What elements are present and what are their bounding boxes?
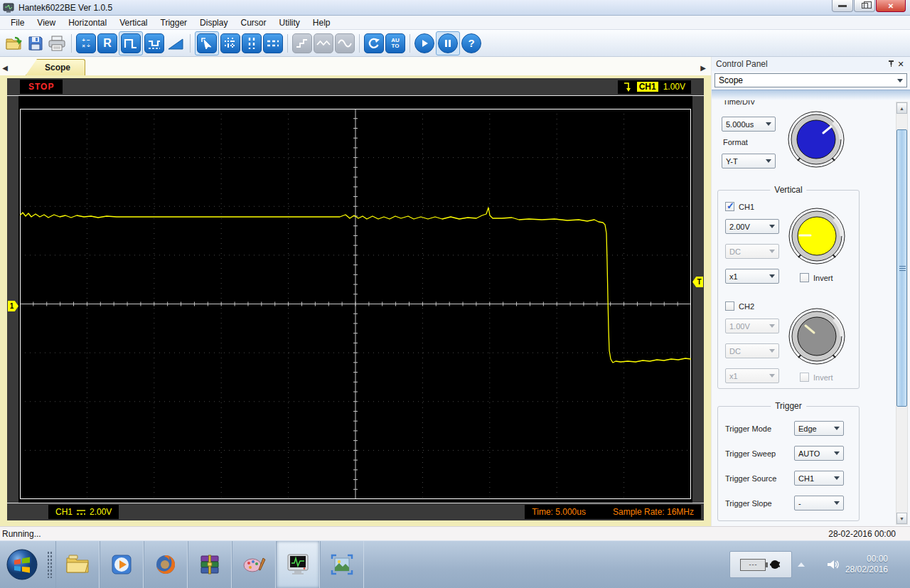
trigger-sweep-select[interactable]: AUTO: [794, 446, 844, 461]
network-icon[interactable]: [810, 560, 821, 570]
tray-expand-icon[interactable]: [798, 562, 805, 567]
clock-date: 28/02/2016: [845, 565, 888, 575]
open-button[interactable]: [4, 33, 24, 53]
plug-icon: [769, 559, 781, 570]
timebase-value: Time: 5.000us: [532, 507, 586, 517]
menu-trigger[interactable]: Trigger: [154, 16, 194, 29]
ch2-position-knob[interactable]: [787, 306, 847, 366]
ch1-invert-row[interactable]: Invert: [800, 273, 833, 282]
format-select[interactable]: Y-T: [722, 154, 776, 169]
taskbar-clock[interactable]: 00:00 28/02/2016: [845, 554, 888, 575]
pin-icon[interactable]: [886, 60, 896, 69]
chevron-down-icon: [834, 501, 840, 505]
ch2-invert-row: Invert: [800, 373, 833, 382]
math-button[interactable]: + −× ÷: [76, 33, 96, 53]
ch2-checkbox[interactable]: [725, 301, 734, 311]
close-button[interactable]: ✕: [876, 0, 906, 12]
taskbar-explorer[interactable]: [55, 541, 100, 588]
trigger-level-value: 1.00V: [663, 82, 685, 92]
taskbar-winrar[interactable]: [188, 541, 232, 588]
printer-icon: [48, 35, 66, 52]
ramp-icon: [167, 36, 184, 50]
ch1-invert-checkbox[interactable]: [800, 273, 809, 282]
scroll-down-icon[interactable]: ▼: [896, 513, 907, 524]
menu-cursor[interactable]: Cursor: [234, 16, 272, 29]
grid-button[interactable]: [220, 33, 240, 53]
pause-wrap: [436, 31, 460, 55]
triangle-wave-button: [314, 33, 333, 53]
trigger-mode-select[interactable]: Edge: [794, 421, 844, 436]
restore-button[interactable]: [854, 0, 875, 12]
ch2-volt-select: 1.00V: [725, 319, 779, 333]
ch1-probe-select[interactable]: x1: [725, 269, 779, 284]
print-button[interactable]: [47, 33, 67, 53]
taskbar-media-player[interactable]: [100, 541, 144, 588]
time-div-select[interactable]: 5.000us: [722, 117, 776, 132]
ch1-position-knob[interactable]: [787, 206, 847, 266]
reference-button[interactable]: R: [97, 33, 117, 53]
menu-help[interactable]: Help: [306, 16, 337, 29]
ch1-enable-row[interactable]: CH1: [725, 202, 754, 211]
battery-indicator[interactable]: ---: [729, 551, 792, 578]
trigger-level-marker[interactable]: T: [692, 277, 703, 287]
menu-horizontal[interactable]: Horizontal: [62, 16, 113, 29]
menu-utility[interactable]: Utility: [272, 16, 306, 29]
pulse-high-button[interactable]: [121, 33, 141, 53]
ch1-position-marker[interactable]: 1: [8, 301, 18, 311]
triangle-wave-icon: [316, 36, 331, 50]
ch2-enable-row[interactable]: CH2: [725, 301, 754, 311]
auto-set-button[interactable]: AUTO: [385, 33, 405, 53]
ch1-volt-select[interactable]: 2.00V: [725, 219, 779, 234]
vertical-cursors-icon: [245, 36, 259, 50]
save-button[interactable]: [26, 33, 46, 53]
tab-scroll-right-icon[interactable]: ▶: [698, 64, 708, 75]
refresh-button[interactable]: [364, 33, 384, 53]
scroll-up-icon[interactable]: ▲: [896, 102, 907, 114]
tab-scope[interactable]: Scope: [26, 59, 85, 75]
pulse-low-icon: [147, 36, 161, 50]
scrollbar-thumb[interactable]: [896, 129, 907, 407]
vertical-cursors-button[interactable]: [242, 33, 262, 53]
status-right: 28-02-2016 00:00: [828, 529, 896, 539]
timebase-knob[interactable]: [786, 109, 846, 169]
ch1-checkbox[interactable]: [725, 202, 734, 211]
minimize-button[interactable]: [832, 0, 853, 12]
tab-scroll-left-icon[interactable]: ◀: [0, 64, 10, 75]
scope-footer: CH1 2.00V Time: 5.000us Sample Rate: 16M…: [7, 503, 704, 520]
chevron-down-icon: [834, 476, 840, 480]
scope-header: STOP CH1 1.00V: [7, 78, 704, 96]
status-left: Running...: [2, 529, 41, 539]
sample-rate-value: Sample Rate: 16MHz: [613, 507, 694, 517]
chevron-down-icon: [769, 250, 775, 253]
chevron-down-icon: [769, 274, 775, 278]
ramp-button[interactable]: [166, 33, 186, 53]
start-button[interactable]: [0, 541, 44, 588]
help-button[interactable]: ?: [461, 33, 481, 53]
left-gutter: 1: [7, 96, 18, 503]
falling-edge-icon: [623, 82, 632, 92]
taskbar-oscilloscope-app[interactable]: [276, 541, 320, 588]
panel-scrollbar[interactable]: ▲ ▼: [896, 102, 908, 525]
ch2-coupling-select: DC: [725, 343, 779, 358]
cursor-button[interactable]: [197, 33, 217, 53]
pulse-low-button[interactable]: [144, 33, 164, 53]
panel-close-icon[interactable]: ✕: [896, 60, 906, 69]
menu-file[interactable]: File: [4, 16, 31, 29]
trigger-source-select[interactable]: CH1: [794, 471, 844, 486]
ch1-readout: CH1 2.00V: [48, 505, 119, 519]
start-button[interactable]: [414, 33, 434, 53]
firefox-icon: [154, 553, 177, 576]
taskbar-paint[interactable]: [232, 541, 276, 588]
menu-vertical[interactable]: Vertical: [113, 16, 154, 29]
paint-icon: [242, 554, 266, 575]
ch1-scale-value: 2.00V: [90, 507, 112, 517]
menu-display[interactable]: Display: [193, 16, 234, 29]
trigger-slope-select[interactable]: -: [794, 496, 844, 511]
pause-button[interactable]: [438, 33, 458, 53]
volume-icon[interactable]: [827, 559, 840, 570]
taskbar-image-viewer[interactable]: [320, 541, 364, 588]
horizontal-cursors-button[interactable]: [263, 33, 283, 53]
taskbar-firefox[interactable]: [144, 541, 188, 588]
menu-view[interactable]: View: [31, 16, 62, 29]
panel-mode-select[interactable]: Scope: [714, 73, 907, 87]
